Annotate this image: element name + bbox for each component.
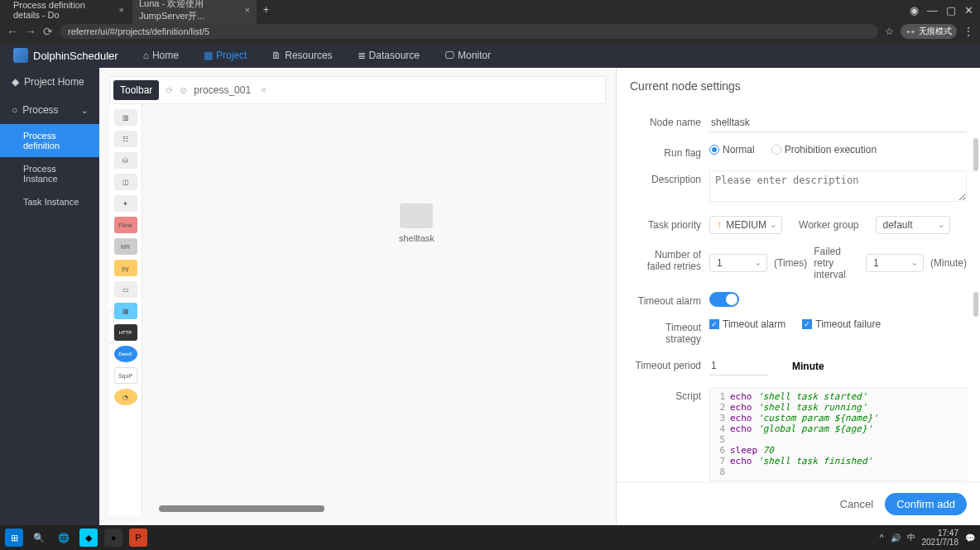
panel-footer: Cancel Confirm add [617,482,980,525]
tool-sqoop-icon[interactable]: SqoP [114,367,137,384]
nav-project[interactable]: ▦ Project [204,50,247,61]
powerpoint-icon[interactable]: P [129,528,147,547]
tab-title: Process definition details - Do [13,0,114,20]
tray-volume-icon[interactable]: 🔊 [891,533,901,543]
radio-normal[interactable]: Normal [709,144,755,155]
tool-sql-icon[interactable]: ▦ [114,303,137,319]
star-icon[interactable]: ☆ [885,26,894,37]
horizontal-scrollbar[interactable] [159,505,324,512]
app-icon-2[interactable]: ● [104,528,122,547]
menu-icon[interactable]: ⋮ [963,26,973,37]
tool-datax-icon[interactable]: DataX [114,346,137,362]
sidebar-item-process[interactable]: ○ Process [0,96,99,124]
tool-procedure-icon[interactable]: ◫ [114,174,137,190]
node-name-input[interactable] [709,113,967,132]
minute-suffix: (Minute) [930,257,967,269]
app-logo[interactable]: DolphinScheduler [13,48,118,63]
sidebar: ◆ Project Home ○ Process Process definit… [0,68,99,525]
canvas-body[interactable]: ▥ ☷ ⛁ ◫ ✦ Flink MR py ▭ ▦ HTTP DataX Sqo… [109,104,606,515]
tool-spark-icon[interactable]: ✦ [114,195,137,212]
radio-unchecked-icon [771,145,781,155]
app-name: DolphinScheduler [33,50,118,62]
taskbar-clock[interactable]: 17:47 2021/7/18 [922,528,959,547]
tool-dependent-icon[interactable]: ▭ [114,281,137,298]
sidebar-item-process-definition[interactable]: Process definition [0,124,99,157]
datasource-icon: ≣ [358,50,366,61]
browser-tab-0[interactable]: Process definition details - Do × [7,0,131,22]
sidebar-item-project-home[interactable]: ◆ Project Home [0,68,99,96]
sidebar-item-process-instance[interactable]: Process Instance [0,157,99,190]
tray-ime-icon[interactable]: 中 [907,532,915,543]
worker-group-select[interactable]: default [876,216,950,234]
checkbox-timeout-alarm[interactable]: ✓ Timeout alarm [709,318,785,330]
nav-monitor[interactable]: 🖵 Monitor [444,50,491,61]
maximize-icon[interactable]: ▢ [946,4,956,17]
tool-db-icon[interactable]: ⛁ [114,152,137,169]
tray-up-icon[interactable]: ^ [880,533,884,543]
app-header: DolphinScheduler ⌂ Home ▦ Project 🗎 Reso… [0,43,980,68]
panel-scrollbar-thumb[interactable] [973,292,978,317]
search-icon[interactable]: 🔍 [30,528,48,547]
script-editor[interactable]: 1echo 'shell task started'2echo 'shell t… [709,387,967,481]
minimize-icon[interactable]: — [927,4,938,17]
radio-checked-icon [709,145,719,155]
tool-shell-icon[interactable]: ▥ [114,109,137,126]
browser-tab-1[interactable]: Luna - 欢迎使用JumpServer开... × [132,0,257,25]
nav-project-label: Project [216,50,247,61]
nav-home[interactable]: ⌂ Home [143,50,179,61]
label-node-name: Node name [630,113,701,128]
home-icon: ⌂ [143,50,149,61]
description-input[interactable] [709,170,967,202]
tool-python-icon[interactable]: py [114,260,137,276]
tool-mr-icon[interactable]: MR [114,238,137,255]
confirm-add-button[interactable]: Confirm add [885,493,967,515]
clock-time: 17:47 [922,528,959,538]
url-input[interactable]: referrer/ui/#/projects/definition/list/5 [60,24,878,39]
num-retries-select[interactable]: 1 [709,254,767,272]
timeout-alarm-toggle[interactable] [709,292,739,307]
task-node-label: shelltask [399,233,435,243]
checkbox-checked-icon: ✓ [709,319,719,329]
canvas-area: Toolbar ⟳ ⊘ process_001 × ▥ ☷ ⛁ ◫ ✦ Flin… [99,68,616,525]
radio-prohibit[interactable]: Prohibition execution [771,144,877,155]
checkbox-timeout-failure[interactable]: ✓ Timeout failure [802,318,881,330]
label-num-retries: Number of failed retries [630,246,701,272]
address-bar: ← → ⟳ referrer/ui/#/projects/definition/… [0,20,980,43]
forward-icon[interactable]: → [25,25,36,38]
task-node-shelltask[interactable]: shelltask [399,203,435,243]
new-tab-button[interactable]: + [258,4,274,16]
circle-icon[interactable]: ⊘ [180,85,187,96]
close-icon[interactable]: × [245,5,250,15]
refresh-icon[interactable]: ⟳ [166,85,173,96]
reload-icon[interactable]: ⟳ [43,25,53,38]
chrome-icon[interactable]: 🌐 [55,528,73,547]
tool-http-icon[interactable]: HTTP [114,324,137,341]
task-priority-select[interactable]: ↑ MEDIUM [709,216,782,234]
expand-toggle[interactable]: ‹ [109,310,114,343]
tool-rail: ▥ ☷ ⛁ ◫ ✦ Flink MR py ▭ ▦ HTTP DataX Sqo… [109,104,142,515]
close-icon[interactable]: × [261,84,267,96]
retry-interval-select[interactable]: 1 [866,254,924,272]
sidebar-label: Project Home [24,76,84,88]
times-suffix: (Times) [774,257,807,269]
label-description: Description [630,170,701,185]
checkbox-checked-icon: ✓ [802,319,812,329]
tool-subprocess-icon[interactable]: ☷ [114,131,137,147]
nav-datasource[interactable]: ≣ Datasource [358,50,420,61]
timeout-period-input[interactable] [709,356,767,375]
back-icon[interactable]: ← [7,25,18,38]
tool-conditions-icon[interactable]: ◔ [114,389,137,405]
panel-scrollbar[interactable] [973,138,978,365]
close-icon[interactable]: × [119,5,124,15]
nav-resources[interactable]: 🗎 Resources [271,50,332,61]
record-icon[interactable]: ◉ [910,4,919,17]
start-icon[interactable]: ⊞ [5,528,23,547]
cancel-button[interactable]: Cancel [840,498,873,510]
app-icon-1[interactable]: ◆ [79,528,98,547]
notification-icon[interactable]: 💬 [965,533,975,543]
sidebar-item-task-instance[interactable]: Task Instance [0,190,99,213]
close-window-icon[interactable]: ✕ [964,4,973,17]
incognito-badge[interactable]: 👓 无痕模式 [901,24,957,39]
breadcrumb-process[interactable]: process_001 [194,84,251,96]
tool-flink-icon[interactable]: Flink [114,217,137,233]
